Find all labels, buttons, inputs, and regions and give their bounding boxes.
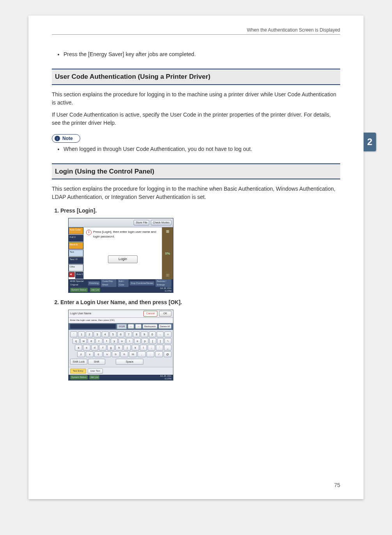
footer-tab-finishing[interactable]: Finishing bbox=[88, 281, 100, 285]
page-number: 75 bbox=[334, 482, 340, 488]
char-counter: 0/128 bbox=[117, 324, 127, 329]
footer-tab-cover[interactable]: Cover/Slip Sheet bbox=[101, 279, 117, 287]
key-[[interactable]: [ bbox=[149, 338, 156, 344]
space-key[interactable]: Space bbox=[116, 359, 144, 365]
key-c[interactable]: c bbox=[94, 351, 102, 357]
key-e[interactable]: e bbox=[88, 338, 95, 344]
key-j[interactable]: j bbox=[124, 345, 131, 351]
key-=[interactable]: = bbox=[164, 331, 171, 337]
key-7[interactable]: 7 bbox=[125, 331, 132, 337]
key-3[interactable]: 3 bbox=[94, 331, 101, 337]
login-button[interactable]: Login bbox=[108, 255, 138, 263]
status-bar-time-2: 6:17PM bbox=[165, 377, 171, 380]
step-2: Enter a Login User Name, and then press … bbox=[60, 298, 340, 381]
key-4[interactable]: 4 bbox=[102, 331, 109, 337]
sidetab-bw[interactable]: Black & bbox=[69, 242, 83, 249]
section1-para1: This section explains the procedure for … bbox=[52, 90, 340, 107]
cancel-button[interactable]: Cancel bbox=[143, 311, 157, 317]
tab-text-entry[interactable]: Text Entry bbox=[70, 368, 86, 374]
key-@[interactable]: @ bbox=[164, 351, 171, 357]
key-.[interactable]: . bbox=[147, 351, 154, 357]
key-y[interactable]: y bbox=[111, 338, 118, 344]
job-list-button-2[interactable]: Job List bbox=[89, 375, 100, 379]
key-v[interactable]: v bbox=[103, 351, 111, 357]
key-,[interactable]: , bbox=[138, 351, 145, 357]
tab-user-text[interactable]: User Text bbox=[88, 368, 103, 374]
key-l[interactable]: l bbox=[140, 345, 147, 351]
key-9[interactable]: 9 bbox=[141, 331, 148, 337]
delete-all-button[interactable]: Delete All bbox=[159, 324, 171, 329]
shift-lock-key[interactable]: Shift Lock bbox=[70, 359, 87, 365]
section-heading-user-code-auth-printer: User Code Authentication (Using a Printe… bbox=[52, 69, 340, 85]
check-modes-button[interactable]: Check Modes bbox=[151, 220, 171, 225]
key-m[interactable]: m bbox=[129, 351, 137, 357]
key-][interactable]: ] bbox=[157, 338, 164, 344]
key-/[interactable]: / bbox=[155, 351, 163, 357]
intro-bullet: Press the [Energy Saver] key after jobs … bbox=[64, 50, 340, 58]
key-6[interactable]: 6 bbox=[117, 331, 124, 337]
status-bar-date-2: JUL 28, 2011 bbox=[160, 375, 171, 377]
key-2[interactable]: 2 bbox=[86, 331, 93, 337]
key-z[interactable]: z bbox=[77, 351, 85, 357]
job-list-button[interactable]: Job List bbox=[90, 288, 101, 292]
footer-tab-edit[interactable]: Edit / Color bbox=[118, 279, 129, 287]
key--[interactable]: - bbox=[157, 331, 164, 337]
store-file-button[interactable]: Store File bbox=[134, 220, 149, 225]
key-w[interactable]: w bbox=[80, 338, 87, 344]
key-'[interactable]: ' bbox=[156, 345, 163, 351]
side-tabs: Auto Color Full C Black & Text Text / P … bbox=[69, 227, 83, 279]
key-5[interactable]: 5 bbox=[109, 331, 117, 337]
system-status-button-2[interactable]: System Status bbox=[70, 375, 88, 379]
footer-tab-dup[interactable]: Dup./Combine/Series bbox=[130, 281, 154, 285]
footer-tab-reduce[interactable]: Reduce / Enlarge bbox=[155, 279, 171, 287]
caret-left-button[interactable]: ← bbox=[128, 324, 134, 329]
key-;[interactable]: ; bbox=[148, 345, 155, 351]
key-p[interactable]: p bbox=[141, 338, 148, 344]
sidetab-full-color[interactable]: Full C bbox=[69, 235, 83, 242]
key-d[interactable]: d bbox=[91, 345, 99, 351]
sidetab-auto-color[interactable]: Auto Color bbox=[69, 227, 83, 234]
sidetab-auto[interactable]: Auto De bbox=[75, 272, 83, 279]
grid-icon: ▦ bbox=[166, 229, 170, 234]
key-8[interactable]: 8 bbox=[133, 331, 140, 337]
caret-right-button[interactable]: → bbox=[135, 324, 141, 329]
username-input[interactable] bbox=[70, 324, 116, 329]
key-o[interactable]: o bbox=[134, 338, 141, 344]
status-bar-date: JUL 28, 2011 bbox=[160, 287, 171, 289]
sidetab-text[interactable]: Text bbox=[69, 250, 83, 257]
key-x[interactable]: x bbox=[86, 351, 94, 357]
left-arrow-icon[interactable]: ◀ bbox=[69, 272, 75, 277]
key-h[interactable]: h bbox=[115, 345, 123, 351]
key-\[interactable]: \ bbox=[164, 338, 171, 344]
note-badge: ↓ Note bbox=[52, 134, 80, 143]
backspace-button[interactable]: Backspace bbox=[143, 324, 157, 329]
key-g[interactable]: g bbox=[107, 345, 115, 351]
key-_[interactable]: _ bbox=[164, 345, 171, 351]
sidetab-text-photo[interactable]: Text / P bbox=[69, 257, 83, 264]
ok-button[interactable]: OK bbox=[159, 311, 171, 317]
system-status-button[interactable]: System Status bbox=[70, 288, 88, 292]
key-t[interactable]: t bbox=[103, 338, 110, 344]
page-double-icon[interactable]: ▯▯ bbox=[166, 273, 169, 278]
key-a[interactable]: a bbox=[75, 345, 82, 351]
sidetab-others[interactable]: Othe bbox=[69, 264, 83, 271]
key-s[interactable]: s bbox=[83, 345, 90, 351]
key-1[interactable]: 1 bbox=[78, 331, 85, 337]
key-0[interactable]: 0 bbox=[149, 331, 156, 337]
percent-indicator: 0% bbox=[165, 251, 170, 257]
key-r[interactable]: r bbox=[95, 338, 102, 344]
running-header: When the Authentication Screen is Displa… bbox=[52, 27, 340, 35]
key-u[interactable]: u bbox=[118, 338, 125, 344]
key-b[interactable]: b bbox=[112, 351, 120, 357]
onscreen-keyboard: `1234567890-= qwertyuiop[]\ asdfghjkl;'_… bbox=[69, 330, 173, 367]
step-list: Press [Login]. Store File Check Modes Au… bbox=[60, 207, 340, 381]
key-n[interactable]: n bbox=[120, 351, 128, 357]
key-q[interactable]: q bbox=[72, 338, 79, 344]
shift-key[interactable]: Shift bbox=[88, 359, 105, 365]
key-`[interactable]: ` bbox=[70, 331, 77, 337]
step-1-text: Press [Login]. bbox=[60, 207, 97, 214]
key-f[interactable]: f bbox=[99, 345, 106, 351]
note-label: Note bbox=[62, 135, 73, 142]
key-k[interactable]: k bbox=[132, 345, 139, 351]
key-i[interactable]: i bbox=[126, 338, 133, 344]
